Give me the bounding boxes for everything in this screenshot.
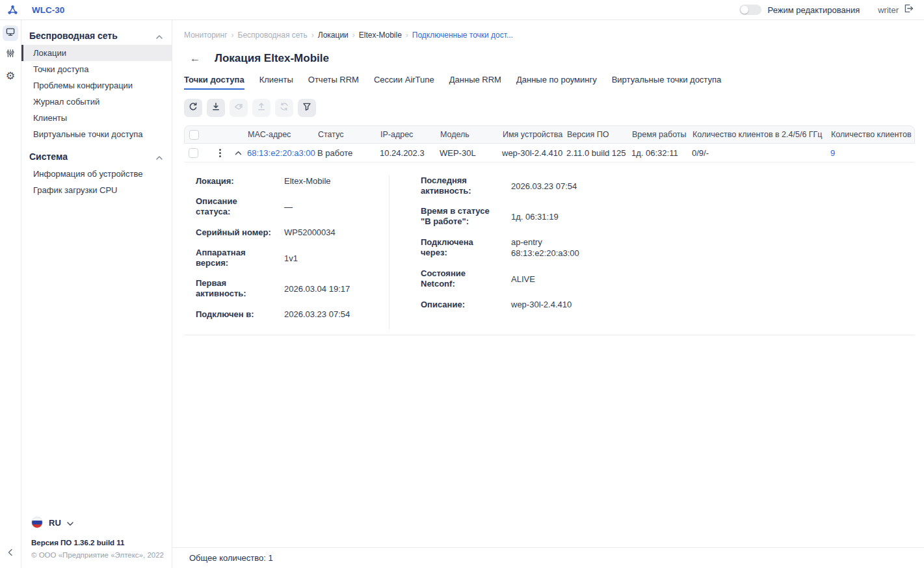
breadcrumb-item[interactable]: Мониторинг	[184, 31, 228, 40]
detail-label: Последняя активность:	[421, 175, 500, 196]
detail-label: Аппаратная версия:	[196, 248, 272, 268]
detail-label: Описание:	[421, 300, 500, 310]
column-header-device-name[interactable]: Имя устройства	[503, 130, 567, 139]
row-collapse-icon[interactable]	[235, 151, 242, 155]
detail-value: 2026.03.23 07:54	[511, 181, 577, 192]
detail-value: ap-entry 68:13:e2:20:a3:00	[511, 237, 579, 259]
sidebar-item-cpu-chart[interactable]: График загрузки CPU	[21, 182, 172, 198]
firmware-cell: 2.11.0 build 125	[566, 148, 631, 158]
sidebar-item-event-log[interactable]: Журнал событий	[21, 94, 172, 110]
breadcrumb-item-current[interactable]: Подключенные точки дост...	[412, 31, 513, 40]
clients-total-link[interactable]: 9	[830, 148, 835, 158]
download-icon	[211, 101, 221, 114]
chevron-left-icon	[7, 547, 14, 559]
edit-mode-toggle[interactable]	[739, 5, 761, 15]
tab-rrm-data[interactable]: Данные RRM	[449, 75, 501, 90]
sidebar: Беспроводная сеть Локации Точки доступа …	[21, 20, 172, 568]
tab-access-points[interactable]: Точки доступа	[184, 75, 244, 90]
breadcrumb-item[interactable]: Eltex-Mobile	[359, 31, 402, 40]
chevron-up-icon	[156, 151, 163, 162]
copyright: © ООО «Предприятие «Элтекс», 2022	[31, 551, 172, 559]
mac-address-link[interactable]: 68:13:e2:20:a3:00	[247, 148, 315, 158]
rail-system-button[interactable]: ⚙	[3, 68, 18, 84]
detail-value: 1v1	[284, 253, 298, 264]
table-footer: Общее количество: 1	[172, 547, 924, 568]
detail-label: Время в статусе "В работе":	[421, 206, 500, 227]
sidebar-item-virtual-aps[interactable]: Виртуальные точки доступа	[21, 126, 172, 142]
tab-roaming-data[interactable]: Данные по роумингу	[516, 75, 597, 90]
table-row: 68:13:e2:20:a3:00 В работе 10.24.202.3 W…	[184, 144, 915, 162]
chevron-up-icon	[156, 31, 163, 41]
row-menu-icon[interactable]	[218, 148, 222, 159]
section-label: Беспроводная сеть	[29, 31, 118, 41]
upload-button	[252, 99, 271, 117]
column-header-clients-band[interactable]: Количество клиентов в 2.4/5/6 ГГц	[693, 130, 831, 139]
row-checkbox[interactable]	[189, 148, 198, 158]
tab-rrm-reports[interactable]: Отчеты RRM	[308, 75, 359, 90]
select-all-checkbox[interactable]	[189, 130, 199, 140]
sidebar-collapse-button[interactable]	[7, 547, 14, 559]
breadcrumb: Мониторинг › Беспроводная сеть › Локации…	[184, 31, 915, 40]
sidebar-section-wireless[interactable]: Беспроводная сеть	[21, 27, 172, 45]
sidebar-item-clients[interactable]: Клиенты	[21, 110, 172, 126]
detail-label: Подключена через:	[421, 237, 500, 258]
detail-value: 2026.03.04 19:17	[284, 283, 350, 294]
tag-button	[230, 99, 248, 117]
model-cell: WEP-30L	[440, 148, 502, 158]
detail-value: —	[284, 201, 293, 213]
username[interactable]: writer	[878, 5, 899, 15]
sidebar-item-locations[interactable]: Локации	[21, 45, 172, 61]
column-header-mac[interactable]: MAC-адрес	[248, 130, 318, 139]
detail-label: Описание статуса:	[196, 196, 272, 217]
filter-button[interactable]	[298, 99, 316, 117]
column-header-model[interactable]: Модель	[440, 130, 503, 139]
detail-label: Состояние Netconf:	[421, 268, 500, 289]
access-points-table: MAC-адрес Статус IP-адрес Модель Имя уст…	[184, 125, 915, 162]
download-button[interactable]	[207, 99, 225, 117]
monitor-icon	[5, 27, 16, 40]
tab-airtune-sessions[interactable]: Сессии AirTune	[374, 75, 434, 90]
ip-cell: 10.24.202.3	[380, 148, 440, 158]
user-menu[interactable]: writer	[878, 3, 914, 16]
detail-label: Серийный номер:	[196, 227, 272, 238]
tab-bar: Точки доступа Клиенты Отчеты RRM Сессии …	[184, 75, 915, 90]
back-arrow-icon[interactable]: ←	[190, 53, 200, 64]
sidebar-item-device-info[interactable]: Информация об устройстве	[21, 166, 172, 182]
clients-band-cell: 0/9/-	[692, 148, 830, 158]
detail-value: 1д. 06:31:19	[511, 211, 559, 222]
column-header-ip[interactable]: IP-адрес	[380, 130, 440, 139]
breadcrumb-item[interactable]: Локации	[318, 31, 349, 40]
column-header-status[interactable]: Статус	[318, 130, 380, 139]
sidebar-item-config-problems[interactable]: Проблемы конфигурации	[21, 77, 172, 94]
language-selector[interactable]: RU	[31, 517, 172, 528]
breadcrumb-item[interactable]: Беспроводная сеть	[238, 31, 308, 40]
sidebar-item-access-points[interactable]: Точки доступа	[21, 61, 172, 77]
edit-mode-label: Режим редактирования	[768, 5, 860, 15]
sliders-icon	[5, 48, 16, 61]
breadcrumb-separator: ›	[352, 31, 355, 40]
icon-rail: ⚙	[0, 20, 21, 568]
top-bar: WLC-30 Режим редактирования writer	[0, 0, 924, 20]
detail-value: wep-30l-2.4.410	[511, 299, 572, 310]
column-header-uptime[interactable]: Время работы	[632, 130, 693, 139]
breadcrumb-separator: ›	[311, 31, 314, 40]
sidebar-section-system[interactable]: Система	[21, 148, 172, 166]
column-header-clients-total[interactable]: Количество клиентов	[831, 130, 914, 139]
refresh-button[interactable]	[184, 99, 202, 117]
rail-monitoring-button[interactable]	[3, 25, 18, 41]
upload-icon	[256, 101, 267, 114]
column-header-firmware[interactable]: Версия ПО	[567, 130, 632, 139]
app-title: WLC-30	[32, 5, 64, 15]
section-label: Система	[29, 151, 68, 162]
breadcrumb-separator: ›	[231, 31, 234, 40]
chevron-down-icon	[67, 517, 73, 528]
tab-clients[interactable]: Клиенты	[259, 75, 293, 90]
logout-icon[interactable]	[903, 3, 914, 16]
tab-virtual-aps[interactable]: Виртуальные точки доступа	[612, 75, 722, 90]
uptime-cell: 1д. 06:32:11	[631, 148, 692, 158]
detail-value: ALIVE	[511, 274, 535, 285]
detail-value: WP52000034	[284, 227, 336, 238]
table-header: MAC-адрес Статус IP-адрес Модель Имя уст…	[184, 125, 915, 144]
software-version: Версия ПО 1.36.2 build 11	[31, 539, 172, 547]
rail-settings-button[interactable]	[3, 47, 18, 62]
